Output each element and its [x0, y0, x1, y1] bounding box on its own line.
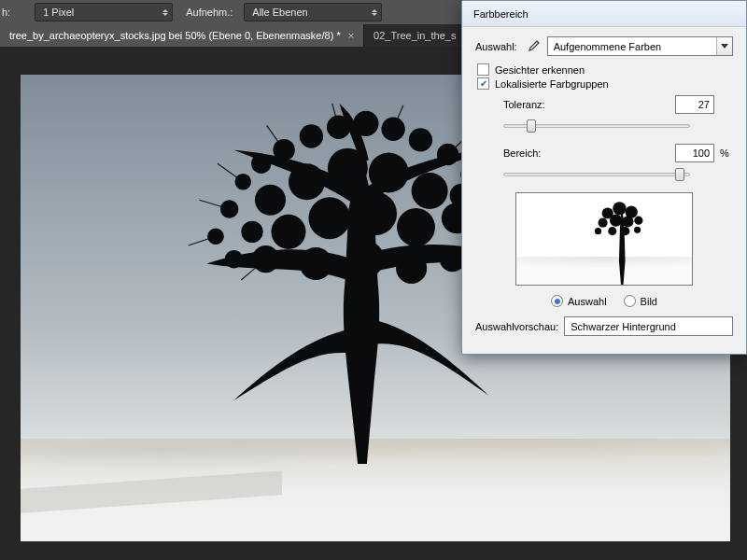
svg-point-29 — [347, 241, 384, 277]
radio-icon — [624, 295, 636, 307]
radio-image-label: Bild — [641, 296, 657, 307]
svg-point-6 — [353, 111, 378, 136]
document-tab[interactable]: tree_by_archaeopteryx_stocks.jpg bei 50%… — [0, 24, 364, 47]
tab-title: tree_by_archaeopteryx_stocks.jpg bei 50%… — [9, 30, 341, 41]
detect-faces-checkbox[interactable] — [477, 63, 489, 76]
svg-point-55 — [621, 227, 629, 235]
svg-point-49 — [599, 218, 608, 228]
svg-point-21 — [412, 173, 448, 209]
tree-icon — [571, 192, 673, 285]
radio-selection-label: Auswahl — [568, 296, 607, 307]
preview-dropdown[interactable]: Schwarzer Hintergrund — [564, 316, 733, 336]
svg-point-52 — [634, 217, 642, 225]
svg-point-4 — [300, 124, 323, 147]
svg-point-19 — [328, 148, 368, 189]
tab-title: 02_Tree_in_the_s — [374, 30, 456, 41]
svg-point-28 — [300, 247, 332, 280]
radio-selection[interactable]: Auswahl — [551, 295, 607, 307]
svg-point-47 — [613, 202, 626, 215]
svg-point-14 — [225, 250, 244, 269]
pixel-size-select[interactable]: 1 Pixel — [35, 3, 173, 21]
pixel-size-value: 1 Pixel — [43, 7, 74, 18]
radio-image[interactable]: Bild — [624, 295, 657, 307]
localized-colors-label: Lokalisierte Farbgruppen — [495, 78, 609, 90]
localized-colors-checkbox[interactable] — [477, 77, 489, 90]
detect-faces-label: Gesichter erkennen — [495, 64, 585, 76]
range-slider[interactable] — [503, 166, 690, 183]
svg-point-23 — [271, 215, 305, 249]
layers-select[interactable]: Alle Ebenen — [244, 3, 382, 21]
svg-point-30 — [396, 253, 427, 284]
color-range-dialog: Farbbereich Auswahl: Aufgenommene Farben… — [461, 0, 747, 355]
selection-preview — [515, 192, 693, 286]
svg-point-17 — [255, 185, 286, 216]
radio-icon — [551, 295, 563, 307]
preview-value: Schwarzer Hintergrund — [571, 321, 732, 332]
range-unit: % — [720, 147, 733, 159]
svg-point-54 — [608, 227, 616, 235]
svg-point-26 — [397, 208, 435, 246]
tolerance-input[interactable] — [675, 95, 714, 114]
svg-point-25 — [353, 191, 397, 235]
range-input[interactable] — [675, 144, 714, 162]
dialog-body: Auswahl: Aufgenommene Farben Gesichter e… — [462, 27, 746, 347]
svg-point-53 — [595, 228, 601, 234]
svg-point-18 — [289, 163, 325, 200]
svg-point-32 — [241, 221, 262, 243]
range-label: Bereich: — [503, 147, 559, 159]
svg-point-51 — [622, 216, 633, 227]
svg-point-2 — [251, 154, 271, 174]
svg-point-56 — [634, 227, 641, 233]
layers-value: Alle Ebenen — [252, 7, 307, 18]
document-tab[interactable]: 02_Tree_in_the_s — [364, 24, 466, 47]
svg-point-8 — [409, 128, 432, 151]
tolerance-slider[interactable] — [503, 118, 690, 134]
selection-dropdown[interactable]: Aufgenommene Farben — [547, 36, 733, 56]
svg-point-24 — [308, 197, 350, 239]
svg-point-20 — [369, 153, 409, 193]
selection-label: Auswahl: — [475, 41, 517, 52]
slider-thumb[interactable] — [675, 168, 684, 181]
dialog-title: Farbbereich — [473, 8, 529, 20]
stepper-icon — [162, 9, 168, 16]
slider-thumb[interactable] — [527, 119, 536, 133]
aufnehmen-label: Aufnehm.: — [186, 7, 233, 18]
eyedropper-icon[interactable] — [525, 38, 542, 55]
close-icon[interactable]: × — [348, 30, 354, 41]
preview-label: Auswahlvorschau: — [475, 321, 558, 332]
selection-value: Aufgenommene Farben — [554, 41, 716, 52]
chevron-down-icon[interactable] — [716, 37, 732, 55]
dialog-titlebar[interactable]: Farbbereich — [462, 1, 746, 27]
tolerance-label: Toleranz: — [503, 99, 559, 110]
stepper-icon — [372, 9, 377, 16]
svg-point-50 — [610, 215, 622, 227]
options-label-left: h: — [2, 7, 10, 18]
